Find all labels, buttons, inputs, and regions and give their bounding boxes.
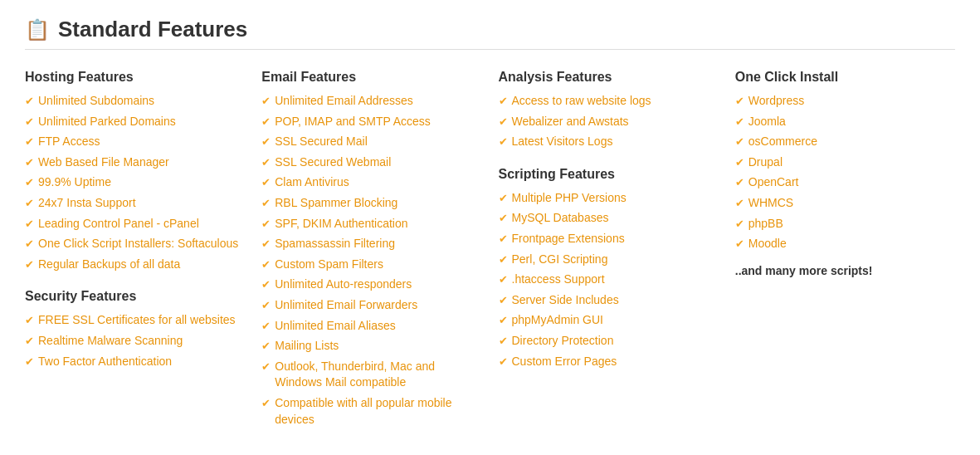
column-0: Hosting Features✔Unlimited Subdomains✔Un… [25, 70, 245, 432]
check-icon: ✔ [261, 277, 271, 292]
feature-list-0-0: ✔Unlimited Subdomains✔Unlimited Parked D… [25, 93, 245, 272]
list-item: ✔Drupal [735, 154, 955, 171]
feature-list-1-0: ✔Unlimited Email Addresses✔POP, IMAP and… [261, 93, 481, 428]
list-item: ✔Unlimited Email Forwarders [261, 297, 481, 314]
feature-item-text: 24x7 Insta Support [38, 195, 136, 212]
check-icon: ✔ [25, 257, 34, 272]
list-item: ✔MySQL Databases [499, 210, 719, 227]
feature-item-text: One Click Script Installers: Softaculous [38, 236, 238, 252]
list-item: ✔phpMyAdmin GUI [499, 312, 719, 329]
feature-item-text: Latest Visitors Logs [512, 134, 613, 150]
check-icon: ✔ [261, 257, 271, 272]
feature-item-text: Drupal [748, 154, 783, 171]
feature-item-text: Leading Control Panel - cPanel [38, 216, 199, 232]
check-icon: ✔ [735, 175, 744, 190]
list-item: ✔Unlimited Auto-responders [261, 276, 481, 293]
check-icon: ✔ [25, 355, 34, 369]
check-icon: ✔ [735, 237, 744, 252]
list-item: ✔Server Side Includes [499, 292, 719, 309]
list-item: ✔Mailing Lists [261, 338, 481, 355]
list-item: ✔Outlook, Thunderbird, Mac and Windows M… [261, 359, 481, 391]
check-icon: ✔ [25, 155, 34, 170]
check-icon: ✔ [261, 217, 271, 232]
feature-list-2-0: ✔Access to raw website logs✔Webalizer an… [499, 93, 719, 150]
column-3: One Click Install✔Wordpress✔Joomla✔osCom… [735, 70, 955, 432]
feature-item-text: Unlimited Email Forwarders [275, 297, 417, 314]
check-icon: ✔ [499, 355, 508, 369]
list-item: ✔One Click Script Installers: Softaculou… [25, 236, 245, 252]
list-item: ✔WHMCS [735, 195, 955, 212]
list-item: ✔Unlimited Parked Domains [25, 114, 245, 130]
check-icon: ✔ [499, 211, 508, 226]
check-icon: ✔ [261, 237, 271, 252]
feature-item-text: Frontpage Extensions [512, 231, 625, 247]
list-item: ✔Clam Antivirus [261, 174, 481, 191]
check-icon: ✔ [735, 217, 744, 232]
check-icon: ✔ [499, 252, 508, 267]
list-item: ✔Joomla [735, 114, 955, 130]
feature-item-text: Perl, CGI Scripting [512, 252, 608, 268]
check-icon: ✔ [735, 94, 744, 109]
list-item: ✔Unlimited Email Addresses [261, 93, 481, 110]
clipboard-icon: 📋 [25, 18, 50, 42]
feature-item-text: phpMyAdmin GUI [512, 312, 603, 329]
feature-item-text: RBL Spammer Blocking [275, 195, 397, 212]
check-icon: ✔ [499, 135, 508, 149]
list-item: ✔Two Factor Authentication [25, 354, 245, 370]
list-item: ✔Access to raw website logs [499, 93, 719, 110]
section-title-3-0: One Click Install [735, 70, 955, 85]
feature-item-text: Unlimited Email Aliases [275, 318, 396, 335]
feature-item-text: Mailing Lists [275, 338, 339, 355]
section-title-2-0: Analysis Features [499, 70, 719, 85]
section-title-2-1: Scripting Features [499, 167, 719, 182]
check-icon: ✔ [25, 334, 34, 349]
check-icon: ✔ [499, 191, 508, 206]
check-icon: ✔ [261, 94, 271, 109]
feature-item-text: Two Factor Authentication [38, 354, 172, 370]
list-item: ✔OpenCart [735, 174, 955, 191]
many-more-label: ..and many more scripts! [735, 264, 955, 277]
feature-list-0-1: ✔FREE SSL Certificates for all websites✔… [25, 312, 245, 369]
check-icon: ✔ [499, 293, 508, 308]
feature-item-text: Unlimited Subdomains [38, 93, 154, 110]
feature-item-text: Access to raw website logs [512, 93, 651, 110]
check-icon: ✔ [499, 115, 508, 130]
check-icon: ✔ [735, 115, 744, 130]
check-icon: ✔ [261, 360, 271, 374]
list-item: ✔99.9% Uptime [25, 174, 245, 191]
feature-item-text: .htaccess Support [512, 272, 605, 288]
list-item: ✔Multiple PHP Versions [499, 190, 719, 207]
divider [25, 49, 955, 50]
check-icon: ✔ [735, 155, 744, 170]
list-item: ✔RBL Spammer Blocking [261, 195, 481, 212]
feature-item-text: WHMCS [748, 195, 793, 212]
feature-item-text: Unlimited Auto-responders [275, 276, 412, 293]
check-icon: ✔ [261, 319, 271, 334]
list-item: ✔Spamassassin Filtering [261, 236, 481, 252]
feature-item-text: Unlimited Parked Domains [38, 114, 176, 130]
list-item: ✔.htaccess Support [499, 272, 719, 288]
feature-item-text: Joomla [748, 114, 786, 130]
list-item: ✔Webalizer and Awstats [499, 114, 719, 130]
feature-item-text: FTP Access [38, 134, 100, 150]
check-icon: ✔ [261, 175, 271, 190]
feature-item-text: SPF, DKIM Authentication [275, 216, 407, 232]
feature-item-text: phpBB [748, 216, 783, 232]
section-title-0-1: Security Features [25, 289, 245, 304]
check-icon: ✔ [499, 334, 508, 349]
check-icon: ✔ [25, 115, 34, 130]
check-icon: ✔ [25, 175, 34, 190]
list-item: ✔Custom Error Pages [499, 354, 719, 370]
list-item: ✔FREE SSL Certificates for all websites [25, 312, 245, 329]
feature-list-2-1: ✔Multiple PHP Versions✔MySQL Databases✔F… [499, 190, 719, 369]
section-title-1-0: Email Features [261, 70, 481, 85]
feature-item-text: Custom Spam Filters [275, 257, 383, 273]
list-item: ✔Web Based File Manager [25, 154, 245, 171]
list-item: ✔Unlimited Subdomains [25, 93, 245, 110]
features-columns: Hosting Features✔Unlimited Subdomains✔Un… [25, 70, 955, 432]
list-item: ✔Wordpress [735, 93, 955, 110]
feature-item-text: POP, IMAP and SMTP Access [275, 114, 431, 130]
feature-item-text: Clam Antivirus [275, 174, 349, 191]
feature-item-text: MySQL Databases [512, 210, 609, 227]
feature-item-text: Compatible with all popular mobile devic… [275, 395, 481, 428]
